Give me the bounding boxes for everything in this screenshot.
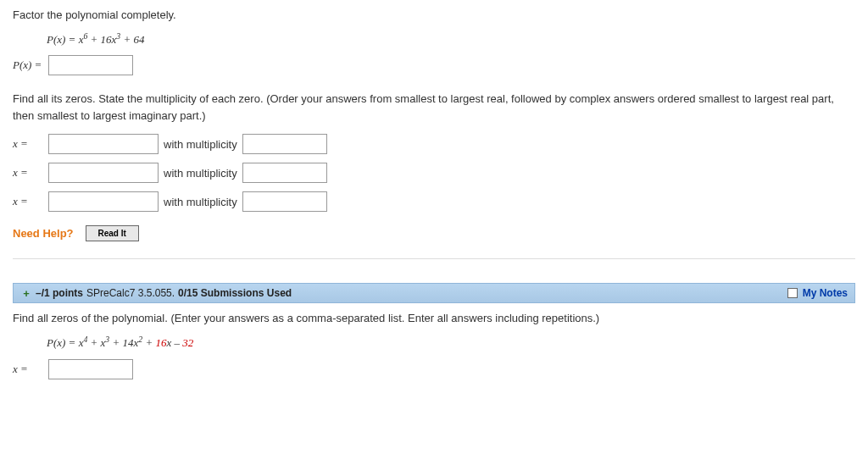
q1-mult-1-input[interactable]	[242, 134, 327, 154]
q2-x-input[interactable]	[48, 359, 133, 379]
q2-formula: P(x) = x4 + x3 + 14x2 + 16x – 32	[47, 335, 855, 350]
need-help-row: Need Help? Read It	[13, 225, 855, 241]
q1-prompt: Factor the polynomial completely.	[13, 8, 855, 21]
q1-zeros-instruction: Find all its zeros. State the multiplici…	[13, 91, 855, 124]
q1-mult-label-3: with multiplicity	[164, 196, 237, 208]
need-help-label: Need Help?	[13, 227, 74, 240]
question-1: Factor the polynomial completely. P(x) =…	[13, 8, 855, 241]
q1-x-label-3: x =	[13, 195, 43, 208]
divider	[13, 258, 855, 259]
q1-mult-2-input[interactable]	[242, 163, 327, 183]
q1-mult-3-input[interactable]	[242, 191, 327, 212]
my-notes-link[interactable]: My Notes	[803, 287, 848, 299]
q2-submissions: 0/15 Submissions Used	[178, 287, 292, 299]
question-2: Find all zeros of the polynomial. (Enter…	[13, 303, 855, 379]
q2-source: SPreCalc7 3.5.055.	[86, 287, 175, 299]
q1-zero-1-input[interactable]	[48, 134, 159, 154]
expand-icon[interactable]: +	[20, 287, 32, 299]
q2-points: –/1 points	[36, 287, 83, 299]
q1-px-label: P(x) =	[13, 58, 43, 72]
read-it-button[interactable]: Read It	[86, 225, 139, 241]
q1-zero-2-input[interactable]	[48, 163, 159, 183]
q2-header-right: My Notes	[787, 287, 848, 299]
q1-mult-label-2: with multiplicity	[164, 167, 237, 180]
q1-px-input[interactable]	[48, 55, 133, 75]
q1-zero-2: x = with multiplicity	[13, 163, 855, 183]
q2-x-answer: x =	[13, 359, 855, 379]
question-2-header: + –/1 points SPreCalc7 3.5.055. 0/15 Sub…	[13, 283, 855, 303]
q2-header-left: + –/1 points SPreCalc7 3.5.055. 0/15 Sub…	[20, 287, 292, 299]
my-notes-checkbox[interactable]	[787, 288, 798, 298]
q1-zero-3-input[interactable]	[48, 191, 159, 212]
q1-x-label-2: x =	[13, 166, 43, 180]
q2-prompt: Find all zeros of the polynomial. (Enter…	[13, 312, 855, 324]
q1-mult-label-1: with multiplicity	[164, 138, 237, 151]
q1-formula: P(x) = x6 + 16x3 + 64	[47, 31, 855, 47]
q2-x-label: x =	[13, 363, 43, 376]
q1-zero-1: x = with multiplicity	[13, 134, 855, 154]
q1-x-label-1: x =	[13, 137, 43, 151]
q1-zero-3: x = with multiplicity	[13, 191, 855, 212]
q1-px-answer: P(x) =	[13, 55, 855, 75]
